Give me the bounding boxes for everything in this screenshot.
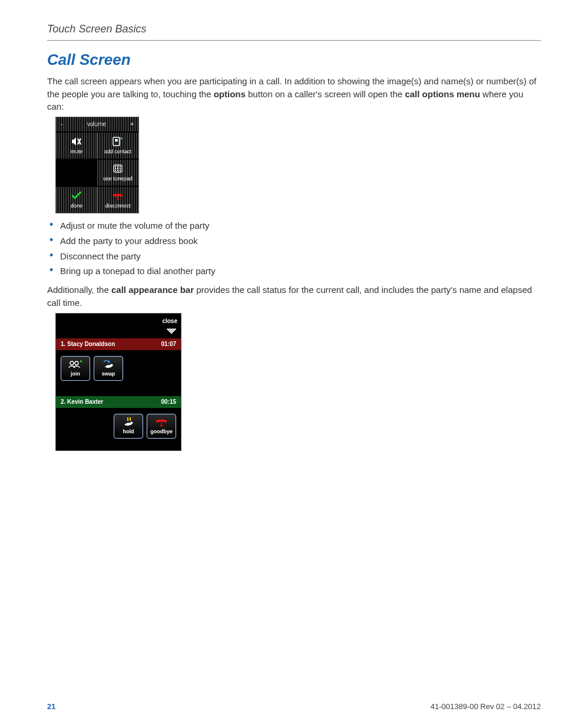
svg-rect-8 [120,168,121,169]
use-tonepad-label: use tonepad [103,175,133,183]
svg-rect-14 [127,417,128,421]
join-icon [68,359,82,370]
running-header: Touch Screen Basics [47,21,541,41]
intro-text: button on a caller's screen will open th… [246,89,405,99]
svg-rect-9 [115,170,116,171]
feature-list: Adjust or mute the volume of the party A… [47,219,541,278]
mute-icon [71,136,82,147]
swap-icon [102,359,115,370]
doc-revision: 41-001389-00 Rev 02 – 04.2012 [431,701,541,713]
svg-rect-1 [115,139,118,141]
svg-rect-5 [120,166,121,167]
goodbye-label: goodbye [150,428,173,436]
add-contact-label: add contact [104,148,132,156]
volume-plus-button[interactable]: + [130,120,134,129]
svg-point-12 [70,361,74,365]
mute-label: mute [71,148,82,156]
join-button[interactable]: join [61,356,90,381]
list-item: Disconnect the party [60,250,541,263]
mute-button[interactable]: mute [56,133,97,159]
options-word: options [214,89,246,99]
close-label[interactable]: close [162,317,177,326]
list-item: Adjust or mute the volume of the party [60,219,541,232]
page-number: 21 [47,701,55,713]
call-time: 00:15 [161,398,176,407]
swap-label: swap [102,370,115,378]
hold-label: hold [123,428,134,436]
call-options-menu-screenshot: - volume + mute add contact [55,117,139,213]
checkmark-icon [71,190,82,201]
svg-rect-3 [115,166,116,167]
hold-icon [122,417,135,427]
svg-rect-10 [117,170,118,171]
hold-button[interactable]: hold [114,414,143,439]
swap-button[interactable]: swap [94,356,123,381]
disconnect-button[interactable]: disconnect [97,187,138,213]
add-contact-button[interactable]: add contact [97,133,138,159]
svg-rect-7 [117,168,118,169]
call-bar-2[interactable]: 2. Kevin Baxter 00:15 [56,396,181,408]
done-button[interactable]: done [56,187,97,213]
call-time: 01:07 [161,340,176,349]
call-name: 1. Stacy Donaldson [61,340,115,349]
call-appearance-bar-word: call appearance bar [111,285,194,295]
goodbye-button[interactable]: goodbye [147,414,176,439]
goodbye-icon [154,417,168,427]
svg-rect-4 [117,166,118,167]
additional-text: Additionally, the [47,285,111,295]
additional-paragraph: Additionally, the call appearance bar pr… [47,284,541,309]
done-label: done [71,202,82,210]
close-chevron-icon[interactable] [166,328,177,335]
tonepad-icon [113,163,123,174]
empty-cell [56,160,97,186]
intro-paragraph: The call screen appears when you are par… [47,75,541,113]
svg-rect-11 [120,170,121,171]
list-item: Add the party to your address book [60,235,541,248]
volume-label: volume [87,120,106,129]
svg-rect-15 [130,417,131,421]
svg-point-13 [75,361,78,365]
add-contact-icon [113,136,123,147]
call-bar-1[interactable]: 1. Stacy Donaldson 01:07 [56,338,181,350]
section-title: Call Screen [47,49,541,71]
volume-bar: - volume + [56,117,138,131]
svg-rect-6 [115,168,116,169]
join-label: join [71,370,80,378]
use-tonepad-button[interactable]: use tonepad [97,160,138,186]
disconnect-label: disconnect [105,202,130,210]
volume-minus-button[interactable]: - [61,120,62,129]
call-options-menu-word: call options menu [405,89,480,99]
list-item: Bring up a tonepad to dial another party [60,265,541,278]
call-name: 2. Kevin Baxter [61,398,103,407]
call-appearance-screenshot: close 1. Stacy Donaldson 01:07 join swap [55,313,181,452]
hangup-icon [111,190,124,201]
